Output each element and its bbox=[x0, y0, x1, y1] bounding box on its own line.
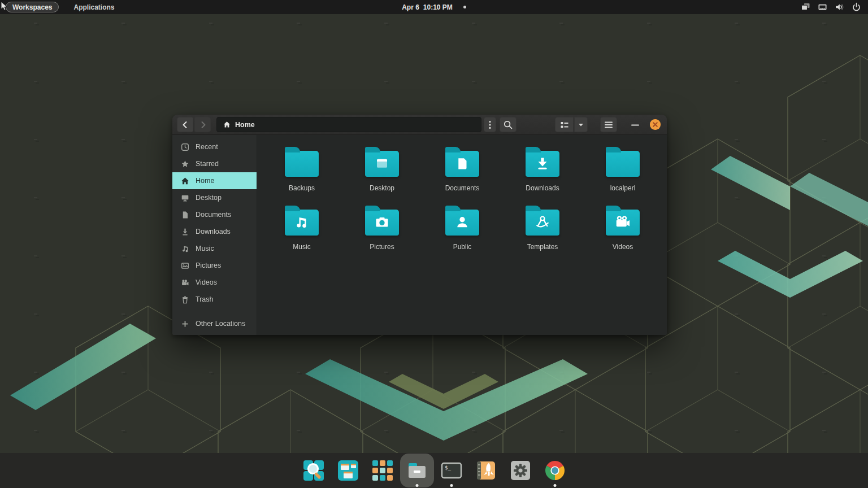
terminal-icon: $_ bbox=[440, 459, 463, 482]
document-emblem-icon bbox=[454, 155, 471, 172]
folder-icon bbox=[526, 210, 559, 236]
download-emblem-icon bbox=[534, 155, 551, 172]
location-menu-button[interactable] bbox=[484, 117, 496, 132]
close-button[interactable] bbox=[650, 119, 661, 130]
folder-backups[interactable]: Backups bbox=[262, 143, 342, 202]
file-name: Public bbox=[453, 243, 472, 251]
file-name: Templates bbox=[527, 243, 558, 251]
headerbar: Home bbox=[172, 115, 667, 135]
sidebar-item-label: Videos bbox=[196, 278, 217, 286]
folder-icon bbox=[285, 151, 319, 177]
sidebar-item-documents[interactable]: Documents bbox=[172, 206, 257, 223]
dock-windows[interactable] bbox=[336, 453, 361, 488]
sidebar-item-label: Desktop bbox=[196, 194, 222, 202]
applications-menu[interactable]: Applications bbox=[73, 3, 114, 11]
list-view-button[interactable] bbox=[555, 117, 574, 132]
mouse-cursor-icon bbox=[1, 2, 9, 11]
search-button[interactable] bbox=[500, 117, 517, 132]
dock-settings[interactable] bbox=[508, 453, 533, 488]
volume-icon[interactable] bbox=[835, 2, 844, 12]
sidebar: Recent Starred Home Desktop Documents bbox=[172, 135, 257, 335]
folder-downloads[interactable]: Downloads bbox=[502, 143, 583, 202]
file-name: localperl bbox=[610, 184, 636, 192]
sidebar-item-pictures[interactable]: Pictures bbox=[172, 257, 257, 274]
home-icon bbox=[223, 121, 231, 128]
file-manager-window: Home bbox=[172, 115, 667, 335]
window-switcher-icon[interactable] bbox=[801, 2, 810, 12]
file-grid: Backups Desktop Documents bbox=[257, 135, 667, 335]
workspaces-menu[interactable]: Workspaces bbox=[6, 2, 59, 12]
file-name: Downloads bbox=[526, 184, 559, 192]
display-icon[interactable] bbox=[818, 2, 827, 12]
sidebar-item-home[interactable]: Home bbox=[172, 172, 257, 189]
dock-terminal[interactable]: $_ bbox=[439, 453, 464, 488]
sidebar-item-recent[interactable]: Recent bbox=[172, 138, 257, 155]
dock-tour[interactable] bbox=[474, 453, 498, 488]
sidebar-item-videos[interactable]: Videos bbox=[172, 274, 257, 291]
folder-documents[interactable]: Documents bbox=[422, 143, 502, 202]
folder-icon bbox=[445, 151, 479, 177]
back-button[interactable] bbox=[177, 117, 193, 132]
dock-search[interactable] bbox=[301, 453, 326, 488]
sidebar-item-label: Recent bbox=[196, 143, 218, 151]
folder-icon bbox=[365, 151, 399, 177]
desktop-emblem-icon bbox=[374, 155, 390, 172]
starred-icon bbox=[181, 160, 189, 168]
folder-icon bbox=[445, 210, 479, 236]
folder-icon bbox=[365, 210, 399, 236]
cine-camera-emblem-icon bbox=[614, 214, 631, 231]
folder-templates[interactable]: Templates bbox=[502, 202, 583, 260]
file-name: Documents bbox=[445, 184, 480, 192]
system-tray[interactable] bbox=[801, 2, 868, 12]
search-icon bbox=[502, 119, 514, 130]
clock-date: Apr 6 bbox=[402, 3, 419, 11]
dock-chrome[interactable] bbox=[542, 453, 567, 488]
search-overview-icon bbox=[302, 459, 325, 482]
sidebar-item-label: Trash bbox=[196, 295, 214, 303]
file-name: Videos bbox=[613, 243, 633, 251]
sidebar-item-trash[interactable]: Trash bbox=[172, 291, 257, 308]
folder-music[interactable]: Music bbox=[262, 202, 342, 260]
folder-videos[interactable]: Videos bbox=[583, 202, 663, 260]
folder-desktop[interactable]: Desktop bbox=[342, 143, 422, 202]
hamburger-icon bbox=[603, 119, 614, 130]
sidebar-item-label: Pictures bbox=[196, 262, 221, 269]
folder-icon bbox=[526, 151, 559, 177]
dock-files[interactable] bbox=[405, 453, 429, 488]
person-emblem-icon bbox=[454, 214, 471, 231]
current-location: Home bbox=[235, 121, 255, 129]
power-icon[interactable] bbox=[852, 2, 861, 12]
tour-icon bbox=[475, 459, 497, 482]
sidebar-item-downloads[interactable]: Downloads bbox=[172, 223, 257, 240]
recent-icon bbox=[181, 143, 189, 151]
trash-icon bbox=[181, 295, 189, 304]
folder-icon bbox=[285, 210, 319, 236]
chevron-down-icon bbox=[576, 120, 585, 129]
folder-localperl[interactable]: localperl bbox=[583, 143, 663, 202]
workspaces-label: Workspaces bbox=[12, 3, 52, 11]
sidebar-item-desktop[interactable]: Desktop bbox=[172, 189, 257, 206]
folder-pictures[interactable]: Pictures bbox=[342, 202, 422, 260]
dock-app-grid[interactable] bbox=[370, 453, 395, 488]
minimize-button[interactable] bbox=[630, 117, 641, 132]
sidebar-item-music[interactable]: Music bbox=[172, 240, 257, 257]
sidebar-item-label: Documents bbox=[196, 211, 231, 219]
desktop: Workspaces Applications Apr 6 10:10 PM bbox=[0, 0, 868, 488]
downloads-icon bbox=[181, 228, 189, 236]
hamburger-menu-button[interactable] bbox=[600, 117, 617, 132]
music-icon bbox=[181, 245, 189, 253]
topbar-left: Workspaces Applications bbox=[0, 2, 115, 12]
sidebar-item-label: Home bbox=[196, 177, 214, 185]
chrome-icon bbox=[544, 459, 566, 482]
view-options-button[interactable] bbox=[574, 117, 588, 132]
folder-icon bbox=[606, 210, 640, 236]
folder-public[interactable]: Public bbox=[422, 202, 502, 260]
clock-menu[interactable]: Apr 6 10:10 PM bbox=[0, 3, 868, 11]
forward-button[interactable] bbox=[194, 117, 211, 132]
sidebar-item-starred[interactable]: Starred bbox=[172, 155, 257, 172]
videos-icon bbox=[181, 278, 189, 287]
compass-emblem-icon bbox=[534, 214, 551, 231]
pictures-icon bbox=[181, 262, 189, 270]
path-bar[interactable]: Home bbox=[216, 117, 481, 132]
sidebar-item-other-locations[interactable]: Other Locations bbox=[172, 315, 257, 332]
